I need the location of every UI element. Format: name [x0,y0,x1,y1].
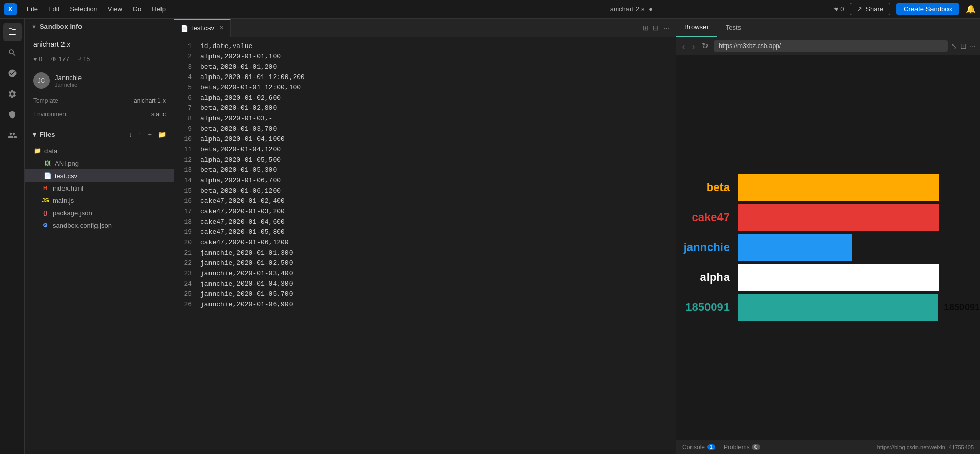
files-actions: ↓ ↑ + 📁 [127,130,168,139]
code-line: id,date,value [200,41,676,52]
sandbox-stats: ♥ 0 👁 177 ⑂ 15 [25,54,174,68]
code-line: alpha,2020-01-01,100 [200,52,676,62]
collapse-arrow[interactable]: ▼ [31,24,37,30]
sort-down-icon[interactable]: ↓ [127,130,134,139]
chart-label: beta [676,181,738,194]
sidebar-search-icon[interactable] [3,43,22,62]
file-index-html[interactable]: H index.html [25,182,174,194]
icon-sidebar [0,19,25,454]
file-ani-png[interactable]: 🖼 ANI.png [25,157,174,169]
menu-view[interactable]: View [104,3,126,15]
browser-toolbar-actions: ⤡ ⊡ ··· [951,42,976,50]
view-stat: 👁 177 [51,56,69,63]
line-number: 4 [174,72,196,83]
app-title: anichart 2.x [610,5,645,13]
files-arrow[interactable]: ▼ [31,131,38,138]
browser-expand-icon[interactable]: ⤡ [951,42,957,50]
line-number: 21 [174,248,196,258]
avatar: JC [33,72,50,89]
code-line: jannchie,2020-01-05,700 [200,289,676,300]
js-icon: JS [41,196,50,205]
code-line: cake47,2020-01-06,1200 [200,238,676,248]
right-panel: Browser Tests ‹ › ↻ ⤡ ⊡ ··· betacake47ja… [676,19,980,454]
bottom-right: https://blog.csdn.net/weixin_41755405 [877,444,974,450]
menu-help[interactable]: Help [148,3,170,15]
browser-forward-button[interactable]: › [690,41,697,52]
line-number: 22 [174,258,196,269]
tab-bar: 📄 test.csv ✕ ⊞ ⊟ ··· [174,19,676,37]
tab-close-button[interactable]: ✕ [219,25,224,32]
new-file-icon[interactable]: + [146,130,153,139]
browser-refresh-button[interactable]: ↻ [700,40,711,52]
code-line: beta,2020-01-01 12:00,100 [200,83,676,93]
share-icon: ↗ [857,5,862,13]
more-options-icon[interactable]: ··· [663,24,669,32]
chart-label: alpha [676,271,738,284]
editor-area: 📄 test.csv ✕ ⊞ ⊟ ··· 1234567891011121314… [174,19,676,454]
menu-go[interactable]: Go [128,3,146,15]
user-row[interactable]: JC Jannchie Jannchie [25,68,174,93]
sidebar-git-icon[interactable] [3,64,22,83]
line-number: 18 [174,217,196,227]
browser-more-icon[interactable]: ··· [970,42,976,50]
line-number: 24 [174,279,196,289]
line-number: 12 [174,155,196,165]
sandbox-name: anichart 2.x [25,35,174,54]
files-header: ▼ Files ↓ ↑ + 📁 [25,124,174,143]
split-horizontal-icon[interactable]: ⊟ [653,24,659,32]
sidebar-settings-icon[interactable] [3,85,22,103]
code-line: beta,2020-01-03,700 [200,124,676,134]
chart-bar [738,174,939,201]
sidebar-users-icon[interactable] [3,126,22,145]
new-folder-icon[interactable]: 📁 [156,130,168,139]
notification-bell[interactable]: 🔔 [966,4,976,14]
browser-back-button[interactable]: ‹ [680,41,687,52]
environment-row: Environment static [25,108,174,120]
split-vertical-icon[interactable]: ⊞ [642,24,649,32]
line-number: 20 [174,238,196,248]
line-number: 1 [174,41,196,52]
heart-stat-icon: ♥ [33,56,37,63]
problems-item[interactable]: Problems 0 [724,444,760,451]
code-line: alpha,2020-01-04,1000 [200,134,676,145]
menu-edit[interactable]: Edit [44,3,63,15]
file-sandbox-config[interactable]: ⚙ sandbox.config.json [25,219,174,231]
heart-count[interactable]: ♥ 0 [834,5,844,13]
menu-selection[interactable]: Selection [66,3,101,15]
chart-bar [738,234,852,261]
file-main-js[interactable]: JS main.js [25,194,174,207]
tab-browser[interactable]: Browser [676,19,717,37]
folder-data[interactable]: 📁 data [25,145,174,157]
file-package-json[interactable]: {} package.json [25,207,174,219]
line-number: 19 [174,227,196,238]
browser-url-input[interactable] [714,40,948,52]
line-number: 5 [174,83,196,93]
tab-test-csv[interactable]: 📄 test.csv ✕ [174,19,231,37]
app-logo[interactable]: X [4,3,17,15]
code-content[interactable]: id,date,valuealpha,2020-01-01,100beta,20… [196,37,676,454]
main-area: ▼ Sandbox Info anichart 2.x ♥ 0 👁 177 ⑂ … [0,19,980,454]
sidebar-files-icon[interactable] [3,23,22,41]
sort-up-icon[interactable]: ↑ [137,130,143,139]
tab-tests[interactable]: Tests [717,19,749,37]
code-line: alpha,2020-01-06,700 [200,176,676,186]
share-button[interactable]: ↗ Share [850,3,890,15]
line-number: 8 [174,114,196,124]
menu-items: File Edit Selection View Go Help [23,3,428,15]
menu-file[interactable]: File [23,3,42,15]
code-line: alpha,2020-01-01 12:00,200 [200,72,676,83]
sidebar-deploy-icon[interactable] [3,105,22,124]
fork-stat-icon: ⑂ [77,56,81,63]
chart-label: jannchie [676,241,738,254]
create-sandbox-button[interactable]: Create Sandbox [896,3,959,15]
file-tree: 📁 data 🖼 ANI.png 📄 test.csv H index.html… [25,143,174,233]
file-test-csv[interactable]: 📄 test.csv [25,169,174,182]
code-line: alpha,2020-01-03,- [200,114,676,124]
chart-row: beta [676,174,980,201]
browser-popout-icon[interactable]: ⊡ [960,42,967,50]
console-item[interactable]: Console 1 [682,444,715,451]
right-panel-tabs: Browser Tests [676,19,980,37]
code-editor[interactable]: 1234567891011121314151617181920212223242… [174,37,676,454]
files-title: ▼ Files [31,131,55,138]
code-line: beta,2020-01-02,800 [200,103,676,114]
